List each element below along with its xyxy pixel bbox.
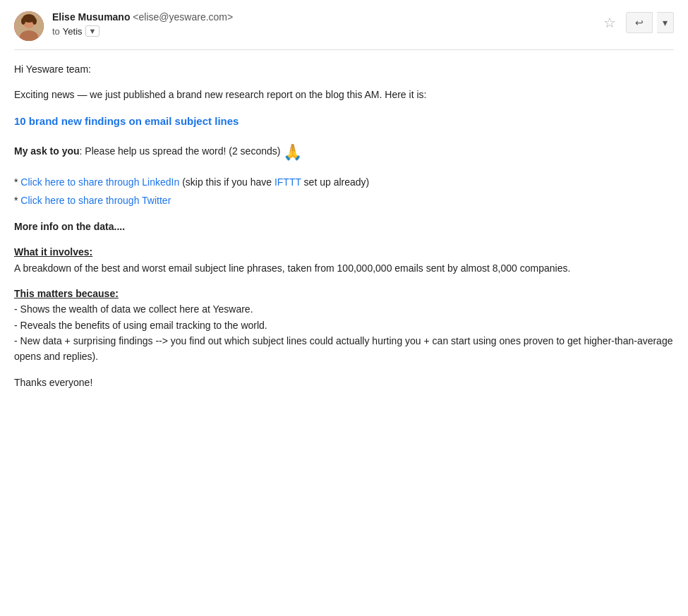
closing: Thanks everyone! xyxy=(14,375,674,390)
sender-email: <elise@yesware.com> xyxy=(133,11,233,23)
what-it-involves-section: What it involves: A breakdown of the bes… xyxy=(14,244,674,276)
more-options-button[interactable]: ▾ xyxy=(657,12,674,33)
twitter-prefix: * xyxy=(14,195,20,206)
bullet2: - Reveals the benefits of using email tr… xyxy=(14,320,267,331)
linkedin-link[interactable]: Click here to share through LinkedIn xyxy=(20,176,179,188)
linkedin-suffix: (skip this if you have xyxy=(179,176,274,188)
star-button[interactable]: ☆ xyxy=(598,11,622,34)
email-container: Elise Musumano <elise@yesware.com> to Ye… xyxy=(0,0,688,411)
linkedin-share-line: * Click here to share through LinkedIn (… xyxy=(14,174,674,190)
ask-text: : Please help us spread the word! (2 sec… xyxy=(80,145,281,157)
to-label: to xyxy=(52,26,60,37)
ifttt-link[interactable]: IFTTT xyxy=(274,176,301,188)
main-link[interactable]: 10 brand new findings on email subject l… xyxy=(14,113,674,130)
twitter-share-line: * Click here to share through Twitter xyxy=(14,193,674,208)
more-info-title: More info on the data.... xyxy=(14,219,674,234)
email-body: Hi Yesware team: Exciting news — we just… xyxy=(14,61,674,390)
header-actions: ☆ ↩ ▾ xyxy=(598,11,674,34)
ask-paragraph: My ask to you: Please help us spread the… xyxy=(14,140,674,164)
praying-emoji: 🙏 xyxy=(283,143,302,161)
twitter-link[interactable]: Click here to share through Twitter xyxy=(20,195,171,206)
ask-bold: My ask to you xyxy=(14,145,80,157)
this-matters-label: This matters because: xyxy=(14,288,119,299)
svg-point-5 xyxy=(32,18,37,25)
bullet3: - New data + surprising findings --> you… xyxy=(14,335,672,362)
share-links: * Click here to share through LinkedIn (… xyxy=(14,174,674,209)
greeting: Hi Yesware team: xyxy=(14,61,674,77)
this-matters-section: This matters because: - Shows the wealth… xyxy=(14,286,674,365)
what-it-involves-text: A breakdown of the best and worst email … xyxy=(14,262,570,274)
more-info-label: More info on the data.... xyxy=(14,221,125,232)
to-line: to Yetis ▼ xyxy=(52,25,233,37)
intro-text: Exciting news — we just published a bran… xyxy=(14,87,674,102)
sender-info: Elise Musumano <elise@yesware.com> to Ye… xyxy=(52,11,233,37)
email-header: Elise Musumano <elise@yesware.com> to Ye… xyxy=(14,11,674,50)
sender-name: Elise Musumano <elise@yesware.com> xyxy=(52,11,233,23)
avatar xyxy=(14,11,44,41)
bullet1: - Shows the wealth of data we collect he… xyxy=(14,303,253,315)
what-it-involves-label: What it involves: xyxy=(14,246,92,258)
recipient-dropdown-button[interactable]: ▼ xyxy=(85,25,100,37)
reply-button[interactable]: ↩ xyxy=(626,12,653,33)
sender-display-name: Elise Musumano xyxy=(52,11,130,23)
header-left: Elise Musumano <elise@yesware.com> to Ye… xyxy=(14,11,233,41)
svg-point-4 xyxy=(21,18,25,25)
linkedin-prefix: * xyxy=(14,176,20,188)
linkedin-end: set up already) xyxy=(301,176,370,188)
to-recipient: Yetis xyxy=(63,26,83,37)
